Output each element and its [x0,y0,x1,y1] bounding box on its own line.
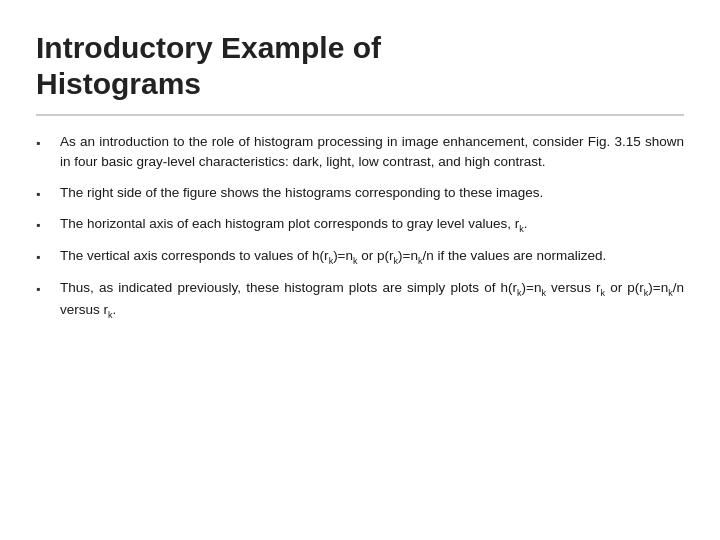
list-item: As an introduction to the role of histog… [36,132,684,173]
bullet-text: Thus, as indicated previously, these his… [60,278,684,322]
bullet-list: As an introduction to the role of histog… [36,132,684,333]
bullet-marker [36,184,54,204]
list-item: The right side of the figure shows the h… [36,183,684,204]
bullet-marker [36,279,54,299]
bullet-marker [36,247,54,267]
title-line2: Histograms [36,67,201,100]
content-area: As an introduction to the role of histog… [36,132,684,510]
bullet-text: As an introduction to the role of histog… [60,132,684,173]
slide-container: Introductory Example of Histograms As an… [0,0,720,540]
bullet-text: The horizontal axis of each histogram pl… [60,214,684,236]
list-item: The vertical axis corresponds to values … [36,246,684,268]
bullet-text: The right side of the figure shows the h… [60,183,684,203]
bullet-marker [36,133,54,153]
bullet-marker [36,215,54,235]
title-area: Introductory Example of Histograms [36,30,684,116]
slide-title: Introductory Example of Histograms [36,30,684,102]
list-item: Thus, as indicated previously, these his… [36,278,684,322]
list-item: The horizontal axis of each histogram pl… [36,214,684,236]
title-line1: Introductory Example of [36,31,381,64]
bullet-text: The vertical axis corresponds to values … [60,246,684,268]
